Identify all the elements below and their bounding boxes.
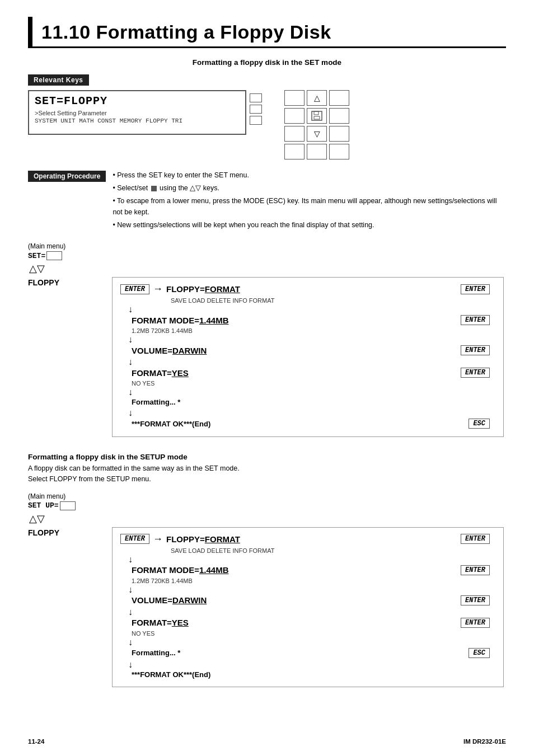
format-yes-label-1: FORMAT=YES xyxy=(132,368,189,378)
format-mode-label-2: FORMAT MODE=1.44MB xyxy=(132,565,229,575)
floppy-label-2: FLOPPY xyxy=(28,527,67,537)
key-btn-9 xyxy=(329,144,349,159)
floppy-label-1: FLOPPY xyxy=(28,277,67,287)
flow-content-4: FORMAT=YES xyxy=(132,368,461,378)
enter-btn-2-2: ENTER xyxy=(461,565,490,575)
nav-arrows-2: △▽ xyxy=(29,513,506,525)
main-menu-label-2: (Main menu) xyxy=(28,492,506,500)
format-mode-underline-1: 1.44MB xyxy=(199,316,229,325)
scroll-btn-3 xyxy=(250,116,262,125)
up-arrow-icon: △▽ xyxy=(190,184,201,192)
page: 11.10 Formatting a Floppy Disk Formattin… xyxy=(0,0,534,756)
relevant-keys-section: Relevant Keys SET=FLOPPY >Select Setting… xyxy=(28,74,506,159)
format-underline-2: FORMAT xyxy=(205,534,240,544)
section2-subtitle: Formatting a floppy disk in the SETUP mo… xyxy=(28,453,506,461)
format-mode-sub-2: 1.2MB 720KB 1.44MB xyxy=(132,577,495,584)
footer: 11-24 IM DR232-01E xyxy=(28,738,506,745)
enter-btn-2-1b: ENTER xyxy=(461,534,490,544)
esc-btn-1: ESC xyxy=(469,419,490,429)
format-underline-1: FORMAT xyxy=(205,284,240,294)
no-yes-1: NO YES xyxy=(132,380,495,387)
flow-content-2-3: VOLUME=DARWIN xyxy=(132,595,461,605)
down-arrow-1d: ↓ xyxy=(128,388,495,397)
format-ok-label-1: ***FORMAT OK***(End) xyxy=(132,420,210,428)
format-mode-label-1: FORMAT MODE=1.44MB xyxy=(132,316,229,325)
screen-sub: >Select Setting Parameter xyxy=(35,110,237,116)
enter-btn-2-1: ENTER xyxy=(120,534,149,544)
flow-content-2-2: FORMAT MODE=1.44MB xyxy=(132,565,461,575)
flow-table-1: ENTER → FLOPPY=FORMAT ENTER SAVE LOAD DE… xyxy=(112,277,504,437)
op-badge: Operating Procedure xyxy=(28,171,106,182)
op-step-3: To escape from a lower menu, press the M… xyxy=(113,195,506,218)
enter-btn-2-4: ENTER xyxy=(461,618,490,628)
formatting-label-1: Formatting... * xyxy=(132,398,180,406)
down-arrow-2c: ↓ xyxy=(128,608,495,617)
format-yes-underline-1: YES xyxy=(172,368,189,378)
op-text: Press the SET key to enter the SET menu.… xyxy=(113,170,506,232)
enter-btn-1b: ENTER xyxy=(461,284,490,294)
section2-desc: A floppy disk can be formatted in the sa… xyxy=(28,463,506,485)
format-yes-label-2: FORMAT=YES xyxy=(132,618,189,627)
key-btn-1 xyxy=(284,90,305,106)
flow-row-5: Formatting... * xyxy=(120,398,495,406)
scroll-btn-1 xyxy=(250,93,262,102)
screen-box: SET=FLOPPY >Select Setting Parameter SYS… xyxy=(28,90,246,135)
key-btn-6 xyxy=(329,126,349,142)
format-yes-underline-2: YES xyxy=(172,618,189,627)
floppy-format-label-1: FLOPPY=FORMAT xyxy=(166,284,240,294)
down-arrow-1a: ↓ xyxy=(128,305,495,314)
screen-scroll-buttons xyxy=(250,90,262,125)
key-btn-7 xyxy=(284,144,305,159)
format-ok-label-2: ***FORMAT OK***(End) xyxy=(132,670,210,679)
flow-row-1: ENTER → FLOPPY=FORMAT ENTER xyxy=(120,283,495,295)
enter-btn-2-3: ENTER xyxy=(461,595,490,605)
screen-area: SET=FLOPPY >Select Setting Parameter SYS… xyxy=(28,90,506,159)
flow-row-6: ***FORMAT OK***(End) ESC xyxy=(120,419,495,429)
flow-row-4: FORMAT=YES ENTER xyxy=(120,368,495,378)
flow-row-2-2: FORMAT MODE=1.44MB ENTER xyxy=(120,565,495,575)
set-display-2: SET UP= xyxy=(28,501,506,510)
flow-section-1: (Main menu) SET= △▽ FLOPPY ENTER → FLOPP… xyxy=(28,242,506,442)
section1-subtitle: Formatting a floppy disk in the SET mode xyxy=(28,58,506,67)
flow-content-2-4: FORMAT=YES xyxy=(132,618,461,627)
volume-underline-2: DARWIN xyxy=(172,595,207,605)
key-btn-5 xyxy=(284,126,305,142)
op-step-4: New settings/selections will be kept whe… xyxy=(113,219,506,231)
flow-row-floppy-1: FLOPPY ENTER → FLOPPY=FORMAT ENTER SAVE … xyxy=(28,277,506,442)
set-label-1: SET= xyxy=(28,252,45,260)
flow-row-2-1: ENTER → FLOPPY=FORMAT ENTER xyxy=(120,533,495,545)
format-mode-underline-2: 1.44MB xyxy=(199,565,229,575)
floppy-format-label-2: FLOPPY=FORMAT xyxy=(166,534,240,544)
format-mode-sub-1: 1.2MB 720KB 1.44MB xyxy=(132,327,495,334)
down-arrow-1e: ↓ xyxy=(128,408,495,417)
arrow-right-2: → xyxy=(153,533,163,545)
enter-btn-3: ENTER xyxy=(461,345,490,355)
relevant-keys-badge: Relevant Keys xyxy=(28,74,89,86)
flow-content-3: VOLUME=DARWIN xyxy=(132,346,461,355)
title-bar: 11.10 Formatting a Floppy Disk xyxy=(28,17,506,48)
key-btn-3 xyxy=(284,108,305,124)
key-btn-2 xyxy=(329,90,349,106)
down-arrow-2e: ↓ xyxy=(128,660,495,669)
flow-content-2-1: FLOPPY=FORMAT xyxy=(166,534,461,544)
flow-row-2-5: Formatting... * ESC xyxy=(120,648,495,658)
op-step-2: Select/set using the △▽ keys. xyxy=(113,182,506,194)
set-input-box-2 xyxy=(60,501,76,510)
small-square-icon xyxy=(151,186,157,191)
footer-doc: IM DR232-01E xyxy=(463,738,506,745)
screen-menu: SYSTEM UNIT MATH CONST MEMORY FLOPPY TRI xyxy=(35,118,237,124)
key-btn-8 xyxy=(307,144,327,159)
scroll-btn-2 xyxy=(250,105,262,114)
flow-content-2: FORMAT MODE=1.44MB xyxy=(132,316,461,325)
flow-content-6: ***FORMAT OK***(End) xyxy=(132,420,469,428)
enter-btn-4: ENTER xyxy=(461,368,490,378)
esc-btn-2: ESC xyxy=(469,648,490,658)
save-load-1: SAVE LOAD DELETE INFO FORMAT xyxy=(171,297,495,304)
no-yes-2: NO YES xyxy=(132,630,495,637)
flow-row-floppy-2: FLOPPY ENTER → FLOPPY=FORMAT ENTER SAVE … xyxy=(28,527,506,692)
set-display-1: SET= xyxy=(28,251,506,260)
set-input-box-1 xyxy=(46,251,62,260)
enter-btn-1: ENTER xyxy=(120,284,149,294)
set-label-2: SET UP= xyxy=(28,501,59,510)
volume-underline-1: DARWIN xyxy=(172,346,207,355)
